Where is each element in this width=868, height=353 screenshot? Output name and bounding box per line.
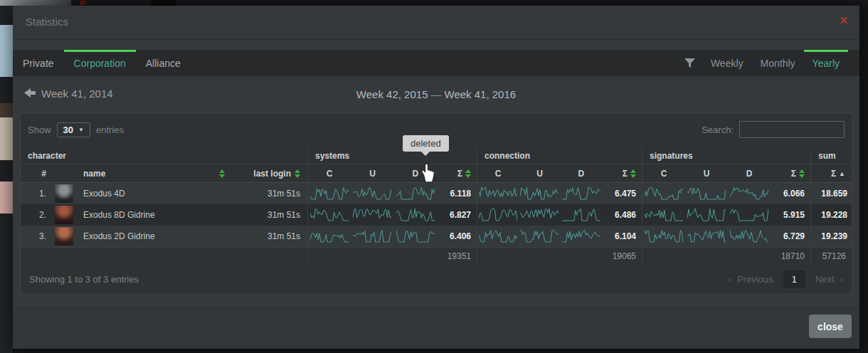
table-row[interactable]: 3. Exodus 2D Gidrine 31m 51s 6.406 6.104 (21, 226, 852, 247)
sparkline-chart (687, 228, 726, 244)
search-box: Search: (702, 121, 845, 138)
col-last-login[interactable]: last login (231, 169, 307, 179)
sort-icon[interactable] (219, 169, 225, 178)
sparkline-chart (645, 186, 683, 201)
col-signatures-sigma[interactable]: Σ (771, 169, 810, 179)
tab-corporation[interactable]: Corporation (64, 50, 136, 76)
col-connection-d[interactable]: D (561, 169, 602, 179)
table-row[interactable]: 1. Exodus 4D 31m 51s 6.118 6.475 (21, 183, 852, 204)
character-avatar (55, 206, 73, 224)
range-separator: — (428, 88, 445, 100)
col-sum-sigma[interactable]: Σ ▲ (811, 169, 851, 179)
sparkline-chart (353, 207, 391, 223)
row-rank: 1. (21, 189, 49, 199)
sort-icon[interactable] (630, 169, 636, 178)
search-input[interactable] (739, 121, 845, 138)
row-total-value: 18.659 (811, 189, 852, 199)
cursor-icon (419, 162, 436, 186)
sparkline-chart (562, 228, 600, 244)
signatures-total: 18710 (642, 251, 810, 261)
previous-page-button[interactable]: ‹ Previous (729, 274, 773, 285)
tooltip: deleted (403, 135, 449, 152)
sparkline-chart (310, 186, 349, 201)
filter-icon[interactable] (684, 50, 702, 76)
column-header-row: # name last login C U D (21, 164, 852, 183)
tab-bar: Private Corporation Alliance Weekly Mont… (13, 50, 859, 76)
row-rank: 3. (21, 231, 49, 241)
sparkline-chart (353, 186, 391, 201)
group-systems: systems (307, 147, 477, 164)
systems-sum-value: 6.827 (437, 210, 477, 220)
tab-yearly[interactable]: Yearly (804, 50, 848, 76)
modal-header: Statistics ✕ (13, 6, 859, 40)
character-name: Exodus 4D (79, 189, 231, 199)
sparkline-chart (730, 186, 768, 201)
next-arrow-icon: › (840, 274, 843, 285)
last-login-value: 31m 51s (231, 231, 307, 241)
sparkline-chart (687, 186, 726, 201)
totals-row: 19351 19065 18710 57126 (21, 247, 852, 264)
sparkline-chart (479, 207, 517, 223)
sort-icon[interactable] (465, 169, 471, 178)
col-systems-sigma[interactable]: Σ (437, 169, 477, 179)
period-tabs: Weekly Monthly Yearly (684, 50, 859, 76)
row-total-value: 19.239 (811, 231, 852, 241)
current-page-button[interactable]: 1 (783, 270, 805, 288)
group-signatures: signatures (642, 147, 810, 164)
dropdown-arrow-icon: ▼ (78, 127, 84, 133)
tab-weekly[interactable]: Weekly (702, 50, 752, 76)
sparkline-chart (520, 228, 559, 244)
sparkline-chart (562, 186, 600, 201)
group-sum: sum (810, 147, 852, 164)
row-rank: 2. (21, 210, 49, 220)
sparkline-chart (396, 186, 435, 201)
sparkline-chart (645, 228, 683, 244)
week-range-label: Week 42, 2015—Week 41, 2016 (13, 88, 859, 100)
sparkline-chart (310, 228, 349, 244)
character-name: Exodus 8D Gidrine (79, 210, 231, 220)
col-signatures-c[interactable]: C (642, 169, 685, 179)
col-name[interactable]: name (79, 169, 231, 179)
group-character: character (21, 147, 307, 164)
tab-monthly[interactable]: Monthly (752, 50, 804, 76)
statistics-table: character systems connection signatures … (21, 147, 852, 264)
character-avatar (55, 227, 73, 246)
table-info-row: Showing 1 to 3 of 3 entries ‹ Previous 1… (21, 264, 852, 294)
col-systems-u[interactable]: U (351, 169, 393, 179)
table-row[interactable]: 2. Exodus 8D Gidrine 31m 51s 6.827 6.486 (21, 204, 852, 226)
signatures-sum-value: 5.915 (771, 210, 810, 220)
col-connection-c[interactable]: C (477, 169, 519, 179)
page-title: Statistics (26, 16, 68, 28)
col-connection-u[interactable]: U (519, 169, 560, 179)
grand-total: 57126 (811, 251, 852, 261)
sparkline-chart (310, 207, 349, 223)
sparkline-chart (396, 207, 435, 223)
signatures-sum-value: 6.066 (771, 189, 810, 199)
close-button[interactable]: close (809, 315, 852, 338)
row-total-value: 19.228 (811, 210, 852, 220)
search-label: Search: (702, 125, 734, 135)
page-size-select[interactable]: 30 ▼ (57, 122, 90, 137)
sparkline-chart (353, 228, 391, 244)
col-signatures-d[interactable]: D (728, 169, 771, 179)
col-connection-sigma[interactable]: Σ (602, 169, 642, 179)
sort-icon[interactable] (799, 169, 805, 178)
col-systems-c[interactable]: C (308, 169, 351, 179)
show-label: Show (28, 125, 51, 135)
statistics-modal: Statistics ✕ Private Corporation Allianc… (13, 6, 859, 349)
sort-icon[interactable] (295, 169, 300, 178)
background-page-left (0, 6, 13, 353)
next-page-button[interactable]: Next › (815, 274, 843, 285)
background-widget (151, 0, 176, 6)
pagination: ‹ Previous 1 Next › (729, 270, 843, 288)
background-red-icon (80, 1, 86, 5)
showing-entries-label: Showing 1 to 3 of 3 entries (29, 274, 139, 285)
col-signatures-u[interactable]: U (685, 169, 728, 179)
close-icon[interactable]: ✕ (839, 14, 848, 27)
tab-private[interactable]: Private (13, 50, 64, 76)
sparkline-chart (479, 186, 517, 201)
sort-asc-icon[interactable]: ▲ (839, 170, 845, 177)
tab-alliance[interactable]: Alliance (136, 50, 191, 76)
connection-sum-value: 6.104 (602, 231, 642, 241)
col-rank: # (21, 169, 49, 179)
